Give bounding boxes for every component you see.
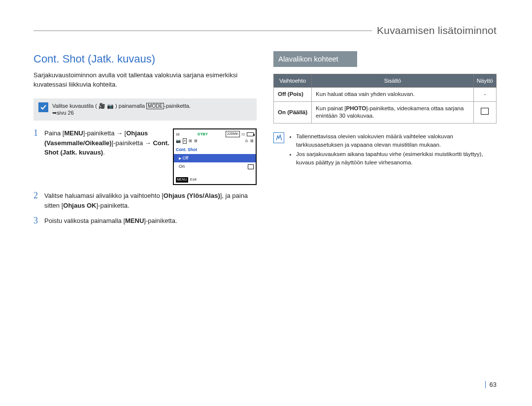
- th-content: Sisältö: [312, 74, 474, 88]
- submenu-header: Alavalikon kohteet: [273, 51, 357, 67]
- info-icon: [273, 132, 284, 143]
- info-box: Tallennettavissa olevien valokuvien määr…: [273, 132, 497, 168]
- icon-strip: 📷A⊞⊞⊙⊞: [174, 138, 256, 146]
- page-number: 63: [485, 381, 497, 388]
- camera-icon: 📷: [107, 103, 114, 109]
- info-bullet: Jos sarjakuvauksen aikana tapahtuu virhe…: [296, 150, 497, 166]
- page-ref: sivu 26: [57, 110, 74, 116]
- desc-on: Kun painat [PHOTO]-painiketta, videokame…: [312, 101, 474, 123]
- note-text: Valitse kuvaustila ( 🎥 📷 ) painamalla MO…: [52, 102, 191, 117]
- menu-title: Cont. Shot: [174, 146, 256, 154]
- note-box: Valitse kuvaustila ( 🎥 📷 ) painamalla MO…: [33, 98, 257, 121]
- step-1: 1 🗂 STBY 220Min ▭ 📷A⊞⊞⊙⊞: [33, 128, 257, 185]
- sd-icon: 🗂: [176, 131, 180, 137]
- th-option: Vaihtoehto: [274, 74, 312, 88]
- camera-screen: 🗂 STBY 220Min ▭ 📷A⊞⊞⊙⊞ Cont. Shot ▶ Off: [173, 128, 257, 185]
- header-rule: Kuvaamisen lisätoiminnot: [33, 31, 497, 45]
- cont-shot-icon: [248, 164, 254, 169]
- disp-off: -: [473, 88, 496, 102]
- disp-on: [473, 101, 496, 123]
- step-3: 3 Poistu valikosta painamalla [MENU]-pai…: [33, 216, 257, 226]
- page-ref-arrow: ➥: [52, 110, 57, 116]
- cont-shot-icon: [481, 108, 489, 115]
- menu-option-on[interactable]: On: [174, 162, 256, 171]
- exit-label: Exit: [190, 177, 197, 183]
- video-icon: 🎥: [99, 103, 105, 109]
- submenu-table: Vaihtoehto Sisältö Näyttö Off (Pois) Kun…: [273, 74, 497, 124]
- check-icon: [38, 102, 48, 112]
- step-number: 1: [33, 128, 40, 138]
- section-heading: Cont. Shot (Jatk. kuvaus): [33, 51, 257, 67]
- desc-off: Kun haluat ottaa vain yhden valokuvan.: [312, 88, 474, 102]
- intro-text: Sarjakuvaustoiminnon avulla voit tallent…: [33, 71, 257, 90]
- table-row: On (Päällä) Kun painat [PHOTO]-painikett…: [274, 101, 497, 123]
- right-column: Alavalikon kohteet Vaihtoehto Sisältö Nä…: [273, 51, 497, 232]
- stby-label: STBY: [198, 131, 208, 137]
- chapter-title: Kuvaamisen lisätoiminnot: [372, 25, 497, 36]
- step-number: 3: [33, 216, 40, 226]
- opt-on: On (Päällä): [274, 101, 312, 123]
- table-row: Off (Pois) Kun haluat ottaa vain yhden v…: [274, 88, 497, 102]
- mode-key: MODE: [146, 103, 164, 109]
- step-number: 2: [33, 191, 40, 201]
- info-bullet: Tallennettavissa olevien valokuvien määr…: [296, 132, 497, 149]
- battery-icon: [247, 132, 254, 136]
- menu-badge: MENU: [176, 177, 188, 183]
- step-2: 2 Valitse haluamasi alivalikko ja vaihto…: [33, 191, 257, 210]
- th-display: Näyttö: [473, 74, 496, 88]
- left-column: Cont. Shot (Jatk. kuvaus) Sarjakuvaustoi…: [33, 51, 257, 232]
- time-remaining: 220Min: [226, 131, 240, 137]
- card-icon: ▭: [241, 131, 245, 137]
- menu-option-off[interactable]: ▶ Off: [174, 154, 256, 163]
- opt-off: Off (Pois): [274, 88, 312, 102]
